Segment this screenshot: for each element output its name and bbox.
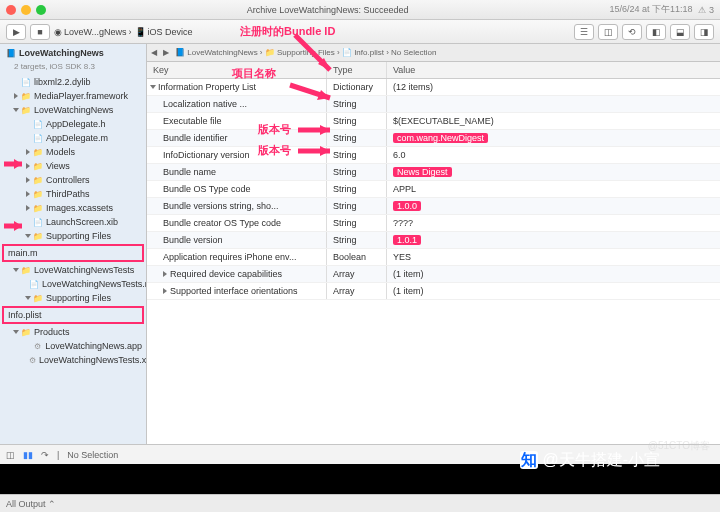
col-key-header[interactable]: Key: [147, 62, 327, 78]
debug-no-selection: No Selection: [67, 450, 118, 460]
device-selector[interactable]: 📱 iOS Device: [135, 27, 193, 37]
nav-fwd-icon[interactable]: ▶: [163, 48, 169, 57]
build-status: Archive LoveWatchingNews: Succeeded: [51, 5, 604, 15]
scheme-selector[interactable]: ◉ LoveW...gNews ›: [54, 27, 132, 37]
tree-item[interactable]: 📄libxml2.2.dylib: [0, 75, 146, 89]
editor-version-button[interactable]: ⟲: [622, 24, 642, 40]
toolbar: ▶ ■ ◉ LoveW...gNews › 📱 iOS Device ☰ ◫ ⟲…: [0, 20, 720, 44]
plist-header: Key Type Value: [147, 62, 720, 79]
project-root[interactable]: 📘LoveWatchingNews: [0, 44, 146, 62]
plist-row[interactable]: Information Property ListDictionary(12 i…: [147, 79, 720, 96]
plist-row[interactable]: Bundle identifierStringcom.wang.NewDiges…: [147, 130, 720, 147]
zoom-icon[interactable]: [36, 5, 46, 15]
nav-back-icon[interactable]: ◀: [151, 48, 157, 57]
highlighted-file-infoplist[interactable]: Info.plist: [2, 306, 144, 324]
tree-item[interactable]: 📁Models: [0, 145, 146, 159]
col-type-header[interactable]: Type: [327, 62, 387, 78]
tree-item[interactable]: 📁LoveWatchingNews: [0, 103, 146, 117]
plist-row[interactable]: Bundle OS Type codeStringAPPL: [147, 181, 720, 198]
tree-item[interactable]: 📁Images.xcassets: [0, 201, 146, 215]
close-icon[interactable]: [6, 5, 16, 15]
tree-item[interactable]: 📁Products: [0, 325, 146, 339]
debug-pause-icon[interactable]: ▮▮: [23, 450, 33, 460]
tree-item[interactable]: 📁LoveWatchingNewsTests: [0, 263, 146, 277]
highlighted-file-main[interactable]: main.m: [2, 244, 144, 262]
watermark: 知@天牛搭建-小宣: [520, 450, 660, 471]
plist-row[interactable]: Localization native ...String: [147, 96, 720, 113]
plist-row[interactable]: Application requires iPhone env...Boolea…: [147, 249, 720, 266]
project-navigator[interactable]: 📘LoveWatchingNews 2 targets, iOS SDK 8.3…: [0, 44, 147, 444]
editor-assistant-button[interactable]: ◫: [598, 24, 618, 40]
tree-item[interactable]: 📄LaunchScreen.xib: [0, 215, 146, 229]
tree-item[interactable]: 📁Supporting Files: [0, 229, 146, 243]
tree-item[interactable]: 📁Views: [0, 159, 146, 173]
plist-row[interactable]: InfoDictionary versionString6.0: [147, 147, 720, 164]
debug-view-icon[interactable]: ◫: [6, 450, 15, 460]
panel-right-button[interactable]: ◨: [694, 24, 714, 40]
panel-bottom-button[interactable]: ⬓: [670, 24, 690, 40]
tree-item[interactable]: 📄AppDelegate.m: [0, 131, 146, 145]
watermark-51cto: @51CTO博客: [648, 439, 710, 453]
tree-item[interactable]: 📁ThirdPaths: [0, 187, 146, 201]
tree-item[interactable]: 📁MediaPlayer.framework: [0, 89, 146, 103]
plist-row[interactable]: Bundle nameStringNews Digest: [147, 164, 720, 181]
panel-left-button[interactable]: ◧: [646, 24, 666, 40]
plist-table[interactable]: Information Property ListDictionary(12 i…: [147, 79, 720, 444]
titlebar: Archive LoveWatchingNews: Succeeded 15/6…: [0, 0, 720, 20]
bottom-bar: All Output ⌃: [0, 494, 720, 512]
debug-step-icon[interactable]: ↷: [41, 450, 49, 460]
tree-item[interactable]: ⚙LoveWatchingNews.app: [0, 339, 146, 353]
plist-row[interactable]: Bundle versionString1.0.1: [147, 232, 720, 249]
tree-item[interactable]: ⚙LoveWatchingNewsTests.xctest: [0, 353, 146, 367]
run-button[interactable]: ▶: [6, 24, 26, 40]
project-subtitle: 2 targets, iOS SDK 8.3: [0, 62, 146, 75]
tree-item[interactable]: 📁Supporting Files: [0, 291, 146, 305]
minimize-icon[interactable]: [21, 5, 31, 15]
plist-row[interactable]: Bundle creator OS Type codeString????: [147, 215, 720, 232]
plist-row[interactable]: Bundle versions string, sho...String1.0.…: [147, 198, 720, 215]
tree-item[interactable]: 📁Controllers: [0, 173, 146, 187]
output-filter[interactable]: All Output ⌃: [6, 499, 56, 509]
jump-bar[interactable]: ◀ ▶ 📘 LoveWatchingNews › 📁 Supporting Fi…: [147, 44, 720, 62]
editor-standard-button[interactable]: ☰: [574, 24, 594, 40]
col-value-header[interactable]: Value: [387, 62, 720, 78]
stop-button[interactable]: ■: [30, 24, 50, 40]
traffic-lights: [6, 5, 46, 15]
warning-badge[interactable]: ⚠ 3: [698, 5, 714, 15]
plist-row[interactable]: Required device capabilitiesArray(1 item…: [147, 266, 720, 283]
plist-row[interactable]: Supported interface orientationsArray(1 …: [147, 283, 720, 300]
build-date: 15/6/24 at 下午11:18: [609, 3, 692, 16]
zhihu-icon: 知: [520, 451, 538, 469]
tree-item[interactable]: 📄LoveWatchingNewsTests.m: [0, 277, 146, 291]
plist-row[interactable]: Executable fileString$(EXECUTABLE_NAME): [147, 113, 720, 130]
tree-item[interactable]: 📄AppDelegate.h: [0, 117, 146, 131]
